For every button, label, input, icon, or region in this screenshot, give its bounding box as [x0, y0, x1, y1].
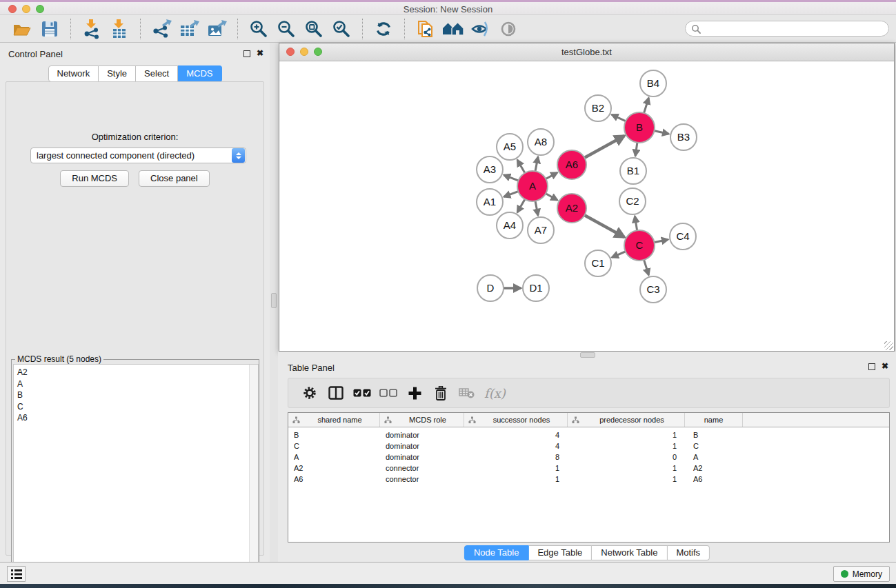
- criterion-dropdown[interactable]: largest connected component (directed): [30, 148, 246, 163]
- zoom-fit-button[interactable]: [303, 17, 325, 41]
- table-cell: A: [288, 453, 380, 461]
- table-row[interactable]: A6connector11A6: [288, 474, 889, 485]
- tab-mcds[interactable]: MCDS: [178, 65, 221, 82]
- deselect-all-button[interactable]: [377, 381, 400, 405]
- table-row[interactable]: Adominator80A: [288, 452, 889, 463]
- tab-style[interactable]: Style: [99, 65, 136, 82]
- memory-button[interactable]: Memory: [833, 566, 890, 582]
- panel-divider[interactable]: [270, 43, 278, 562]
- apply-layout-button[interactable]: [372, 17, 395, 41]
- graph-node-D1[interactable]: D1: [523, 275, 549, 301]
- graph-node-A1[interactable]: A1: [477, 189, 503, 215]
- table-settings-button[interactable]: [298, 381, 321, 405]
- float-table-panel-icon[interactable]: [868, 363, 875, 370]
- result-list-item[interactable]: B: [14, 389, 258, 401]
- import-network-button[interactable]: [81, 17, 103, 41]
- function-builder-button[interactable]: f(x): [484, 386, 506, 401]
- open-session-button[interactable]: [11, 17, 33, 41]
- svg-text:B: B: [636, 121, 643, 133]
- graph-node-A2[interactable]: A2: [557, 194, 586, 223]
- hide-graphics-details-button[interactable]: [470, 17, 492, 41]
- close-panel-icon[interactable]: ✖: [257, 48, 263, 58]
- result-list-item[interactable]: C: [14, 401, 258, 413]
- graph-node-C4[interactable]: C4: [670, 223, 696, 250]
- svg-text:A4: A4: [504, 219, 516, 231]
- save-session-button[interactable]: [39, 17, 61, 41]
- import-table-button[interactable]: [108, 17, 130, 41]
- window-resize-grip[interactable]: [884, 341, 893, 350]
- mcds-result-list[interactable]: A2ABCA6: [13, 364, 259, 588]
- result-list-item[interactable]: A: [14, 378, 258, 390]
- network-canvas[interactable]: B4B2BB3A8A5A6B1A3AC2A1A2A4A7C4CC1C3DD1: [279, 61, 894, 351]
- search-box[interactable]: [685, 21, 889, 37]
- table-cell: A6: [288, 475, 380, 483]
- graph-node-A5[interactable]: A5: [497, 134, 523, 160]
- delete-table-button[interactable]: [455, 381, 479, 405]
- graph-node-A8[interactable]: A8: [528, 129, 554, 155]
- graph-node-A7[interactable]: A7: [528, 217, 554, 243]
- graph-node-A[interactable]: A: [517, 171, 548, 201]
- graph-node-D[interactable]: D: [477, 275, 504, 301]
- birds-eye-view-button[interactable]: [497, 17, 519, 41]
- mcds-result-title: MCDS result (5 nodes): [15, 354, 103, 364]
- tab-select[interactable]: Select: [136, 65, 178, 82]
- graph-node-B4[interactable]: B4: [640, 70, 666, 97]
- graph-node-C2[interactable]: C2: [619, 188, 646, 214]
- mcds-tab-content: Optimization criterion: largest connecte…: [6, 81, 264, 556]
- node-table[interactable]: shared nameMCDS rolesuccessor nodesprede…: [288, 412, 890, 543]
- table-row[interactable]: A2connector11A2: [288, 463, 889, 474]
- split-view-button[interactable]: [324, 381, 348, 405]
- graph-node-A6[interactable]: A6: [557, 150, 586, 179]
- tab-network[interactable]: Network: [48, 65, 99, 82]
- export-network-button[interactable]: [150, 17, 172, 41]
- network-window-titlebar[interactable]: testGlobe.txt: [279, 43, 894, 61]
- column-header-successor-nodes[interactable]: successor nodes: [464, 413, 568, 427]
- graph-node-B1[interactable]: B1: [620, 158, 646, 184]
- zoom-selected-button[interactable]: [330, 17, 352, 41]
- table-row[interactable]: Cdominator41C: [288, 440, 889, 452]
- float-panel-icon[interactable]: [243, 50, 250, 57]
- result-scrollbar[interactable]: [249, 365, 258, 588]
- graph-node-B2[interactable]: B2: [585, 95, 611, 121]
- svg-text:D: D: [487, 282, 495, 294]
- graph-node-B[interactable]: B: [624, 112, 655, 143]
- close-table-panel-icon[interactable]: ✖: [882, 361, 888, 371]
- column-header-name[interactable]: name: [685, 413, 743, 427]
- zoom-out-button[interactable]: [275, 17, 297, 41]
- graph-node-A4[interactable]: A4: [497, 212, 523, 239]
- select-all-button[interactable]: [350, 381, 374, 405]
- table-row[interactable]: Bdominator41B: [288, 429, 889, 440]
- graph-node-C3[interactable]: C3: [640, 276, 666, 303]
- result-list-item[interactable]: A6: [14, 412, 258, 424]
- network-from-clipboard-button[interactable]: [415, 17, 437, 41]
- table-tab-motifs[interactable]: Motifs: [667, 545, 710, 560]
- delete-column-button[interactable]: [429, 381, 452, 405]
- toolbar-separator: [404, 19, 405, 39]
- graph-node-C1[interactable]: C1: [585, 250, 611, 276]
- table-tab-node-table[interactable]: Node Table: [464, 545, 529, 560]
- home-button[interactable]: [442, 17, 464, 41]
- zoom-in-button[interactable]: [248, 17, 270, 41]
- divider-grip[interactable]: [580, 352, 595, 358]
- search-input[interactable]: [705, 24, 883, 34]
- add-column-button[interactable]: [403, 381, 426, 405]
- column-header-MCDS-role[interactable]: MCDS role: [380, 413, 464, 427]
- result-list-item[interactable]: A2: [14, 367, 258, 378]
- column-header-predecessor-nodes[interactable]: predecessor nodes: [568, 413, 685, 427]
- export-image-button[interactable]: [206, 17, 228, 41]
- horizontal-divider[interactable]: [278, 352, 896, 358]
- export-table-button[interactable]: [178, 17, 200, 41]
- task-history-button[interactable]: [7, 566, 26, 582]
- divider-grip[interactable]: [271, 293, 277, 308]
- clipboard-network-icon: [416, 19, 435, 39]
- graph-node-C[interactable]: C: [624, 230, 655, 261]
- table-tab-network-table[interactable]: Network Table: [592, 545, 667, 560]
- table-tab-edge-table[interactable]: Edge Table: [528, 545, 592, 560]
- graph-node-B3[interactable]: B3: [670, 124, 697, 150]
- run-mcds-button[interactable]: Run MCDS: [60, 170, 129, 187]
- table-cell: 4: [464, 442, 568, 450]
- column-header-shared-name[interactable]: shared name: [288, 413, 380, 427]
- svg-text:A2: A2: [566, 202, 578, 214]
- close-panel-button[interactable]: Close panel: [139, 170, 210, 187]
- graph-node-A3[interactable]: A3: [477, 156, 503, 183]
